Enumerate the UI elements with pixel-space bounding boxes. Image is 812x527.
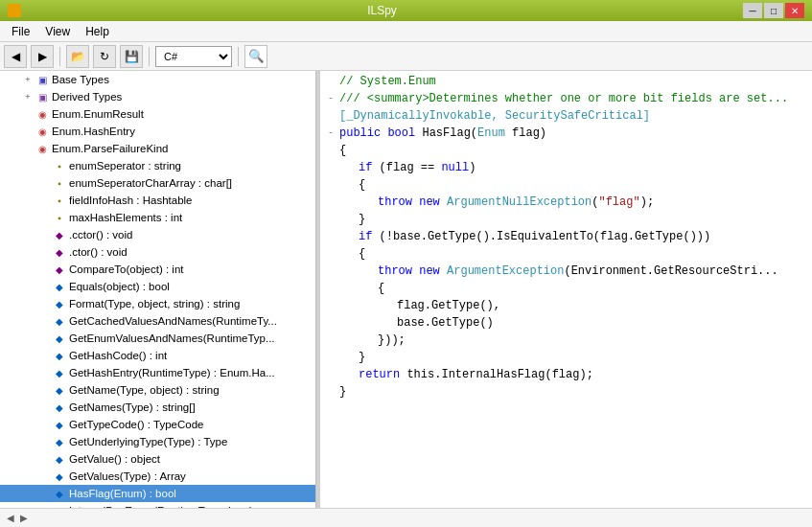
back-button[interactable]: ◀	[4, 45, 27, 68]
item-label: HasFlag(Enum) : bool	[69, 488, 176, 499]
tree-item-method-getnames[interactable]: ◆GetNames(Type) : string[]	[0, 399, 315, 416]
tree-item-base-types[interactable]: +▣Base Types	[0, 71, 315, 88]
tree-item-method-equals[interactable]: ◆Equals(object) : bool	[0, 278, 315, 295]
expand-icon	[38, 435, 52, 448]
tree-item-field-info-hash[interactable]: ▪fieldInfoHash : Hashtable	[0, 192, 315, 209]
code-text: throw new ArgumentException(Environment.…	[339, 263, 808, 280]
expand-icon	[38, 194, 52, 207]
menu-help[interactable]: Help	[78, 23, 117, 40]
item-label: GetValues(Type) : Array	[69, 470, 186, 482]
tree-item-method-hasflag[interactable]: ◆HasFlag(Enum) : bool	[0, 485, 315, 502]
item-icon: ◆	[52, 331, 67, 346]
tree-item-method-cctor[interactable]: ◆.cctor() : void	[0, 226, 315, 243]
item-icon: ◆	[52, 296, 67, 311]
expand-icon	[21, 125, 35, 138]
expand-icon	[38, 297, 52, 310]
tree-item-method-gettypecode[interactable]: ◆GetTypeCode() : TypeCode	[0, 416, 315, 433]
close-button[interactable]: ✕	[785, 3, 804, 18]
tree-item-field-max-hash[interactable]: ▪maxHashElements : int	[0, 209, 315, 226]
tree-item-method-getunderlying[interactable]: ◆GetUnderlyingType(Type) : Type	[0, 433, 315, 450]
code-scroll[interactable]: // System.Enum-/// <summary>Determines w…	[320, 71, 812, 508]
language-selector[interactable]: C# IL IL with C#	[155, 46, 232, 67]
main-content: +▣Base Types+▣Derived Types◉Enum.EnumRes…	[0, 71, 812, 508]
item-icon: ◆	[52, 469, 67, 484]
scroll-right-btn[interactable]: ▶	[17, 512, 31, 525]
expand-icon[interactable]: +	[21, 73, 35, 86]
expand-icon	[38, 228, 52, 241]
code-text: }));	[339, 332, 808, 349]
item-label: GetEnumValuesAndNames(RuntimeTyp...	[69, 332, 275, 344]
tree-item-derived-types[interactable]: +▣Derived Types	[0, 88, 315, 105]
refresh-button[interactable]: ↻	[93, 45, 116, 68]
code-text: }	[339, 383, 808, 401]
search-button[interactable]: 🔍	[244, 45, 267, 68]
item-icon: ◆	[52, 434, 67, 449]
item-label: Base Types	[52, 74, 109, 85]
code-expand-icon[interactable]: -	[324, 125, 337, 142]
toolbar: ◀ ▶ 📂 ↻ 💾 C# IL IL with C# 🔍	[0, 42, 812, 71]
expand-icon	[21, 142, 35, 155]
expand-icon	[38, 418, 52, 431]
scroll-left-btn[interactable]: ◀	[4, 512, 17, 525]
item-icon: ◆	[52, 262, 67, 277]
tree-item-enum-parsefailure[interactable]: ◉Enum.ParseFailureKind	[0, 140, 315, 157]
code-text: throw new ArgumentNullException("flag");	[339, 194, 808, 211]
code-text: [_DynamicallyInvokable, SecuritySafeCrit…	[339, 107, 808, 125]
tree-item-method-format[interactable]: ◆Format(Type, object, string) : string	[0, 295, 315, 312]
item-label: Enum.EnumResult	[52, 108, 144, 120]
item-icon: ▪	[52, 175, 67, 191]
code-text: return this.InternalHasFlag(flag);	[339, 366, 808, 383]
tree-item-method-getvalues[interactable]: ◆GetValues(Type) : Array	[0, 468, 315, 485]
tree-item-method-getcached[interactable]: ◆GetCachedValuesAndNames(RuntimeTy...	[0, 312, 315, 330]
open-button[interactable]: 📂	[66, 45, 89, 68]
tree-scroll[interactable]: +▣Base Types+▣Derived Types◉Enum.EnumRes…	[0, 71, 315, 508]
item-label: GetNames(Type) : string[]	[69, 401, 196, 413]
item-icon: ◆	[52, 400, 67, 415]
item-label: Derived Types	[52, 91, 122, 103]
expand-icon	[38, 245, 52, 259]
item-label: GetTypeCode() : TypeCode	[69, 419, 203, 430]
code-line: {	[324, 142, 808, 159]
tree-item-method-getvalue[interactable]: ◆GetValue() : object	[0, 450, 315, 468]
code-panel: // System.Enum-/// <summary>Determines w…	[320, 71, 812, 508]
item-label: maxHashElements : int	[69, 212, 182, 223]
code-line: }	[324, 383, 808, 401]
maximize-button[interactable]: □	[764, 3, 783, 18]
forward-button[interactable]: ▶	[31, 45, 54, 68]
minimize-button[interactable]: ─	[743, 3, 762, 18]
tree-item-enum-hashentry[interactable]: ◉Enum.HashEntry	[0, 123, 315, 140]
tree-item-method-gethash[interactable]: ◆GetHashCode() : int	[0, 347, 315, 364]
expand-icon	[38, 487, 52, 500]
window-controls: ─ □ ✕	[743, 3, 804, 18]
tree-item-method-getname[interactable]: ◆GetName(Type, object) : string	[0, 381, 315, 399]
code-text: }	[339, 211, 808, 228]
item-label: GetValue() : object	[69, 453, 160, 465]
code-line: {	[324, 176, 808, 194]
code-line: base.GetType()	[324, 314, 808, 332]
tree-item-enum-result[interactable]: ◉Enum.EnumResult	[0, 105, 315, 123]
tree-item-field-enum-sep[interactable]: ▪enumSeperator : string	[0, 157, 315, 174]
tree-item-method-internalbox[interactable]: ◆InternalBoxEnum(RuntimeType, long) : ..…	[0, 502, 315, 508]
item-icon: ▪	[52, 158, 67, 173]
expand-icon	[38, 504, 52, 508]
item-label: GetHashCode() : int	[69, 350, 167, 361]
menu-view[interactable]: View	[37, 23, 78, 40]
code-text: {	[339, 142, 808, 159]
expand-icon	[38, 349, 52, 362]
expand-icon[interactable]: +	[21, 90, 35, 103]
item-label: .cctor() : void	[69, 229, 132, 241]
code-line: [_DynamicallyInvokable, SecuritySafeCrit…	[324, 107, 808, 125]
item-label: Enum.HashEntry	[52, 126, 135, 137]
tree-item-field-enum-char[interactable]: ▪enumSeperatorCharArray : char[]	[0, 174, 315, 192]
tree-item-method-gethashentry[interactable]: ◆GetHashEntry(RuntimeType) : Enum.Ha...	[0, 364, 315, 381]
code-expand-icon[interactable]: -	[324, 90, 337, 107]
save-button[interactable]: 💾	[120, 45, 143, 68]
tree-item-method-getenumvalues[interactable]: ◆GetEnumValuesAndNames(RuntimeTyp...	[0, 330, 315, 347]
item-label: Format(Type, object, string) : string	[69, 298, 240, 309]
tree-item-method-ctor[interactable]: ◆.ctor() : void	[0, 243, 315, 261]
code-line: flag.GetType(),	[324, 297, 808, 314]
code-line: }	[324, 211, 808, 228]
menu-file[interactable]: File	[4, 23, 37, 40]
tree-item-method-compare[interactable]: ◆CompareTo(object) : int	[0, 261, 315, 278]
code-text: }	[339, 349, 808, 366]
